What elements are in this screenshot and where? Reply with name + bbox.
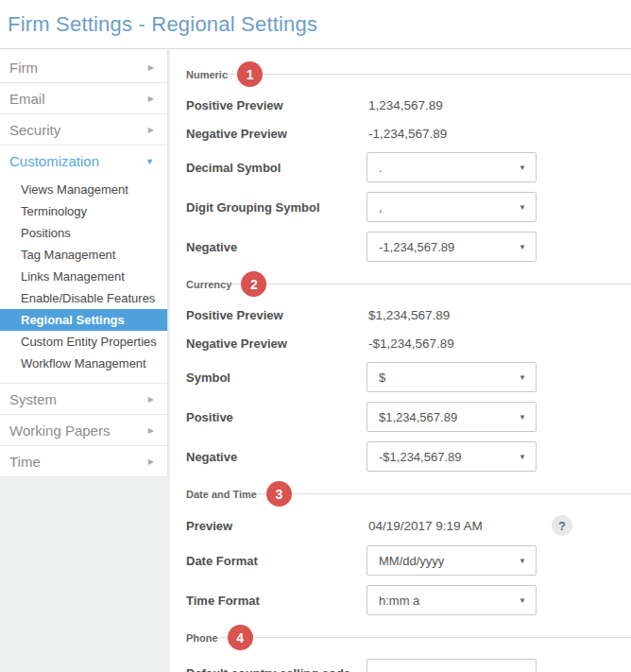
chevron-right-icon: ▶ [148, 395, 154, 404]
sidebar-item-regional-settings[interactable]: Regional Settings [0, 309, 167, 331]
form-row: Negative Preview -1,234,567.89 [186, 124, 631, 143]
sidebar-item-custom-entity-properties[interactable]: Custom Entity Properties [0, 331, 167, 353]
form-row: Decimal Symbol . ▼ [186, 152, 631, 182]
section-currency: Currency 2 Positive Preview $1,234,567.8… [186, 271, 631, 472]
step-number-badge: 3 [266, 481, 292, 507]
sidebar-item-security[interactable]: Security ▶ [0, 114, 167, 146]
section-legend: Date and Time [186, 489, 257, 500]
symbol-select[interactable]: $ ▼ [367, 362, 537, 392]
section-rows: Positive Preview 1,234,567.89 Negative P… [186, 95, 631, 262]
page-title: Firm Settings - Regional Settings [0, 0, 631, 37]
field-label: Negative Preview [186, 336, 367, 351]
form-row: Preview 04/19/2017 9:19 AM ? [186, 515, 631, 536]
field-label: Decimal Symbol [186, 161, 367, 175]
sidebar-item-label: Security [9, 122, 60, 138]
time-format-select[interactable]: h:mm a ▼ [367, 585, 537, 615]
sidebar-item-time[interactable]: Time ▶ [0, 446, 167, 477]
form-row: Positive Preview 1,234,567.89 [186, 95, 631, 114]
sidebar-item-workflow-management[interactable]: Workflow Management [0, 353, 167, 374]
sidebar-item-working-papers[interactable]: Working Papers ▶ [0, 415, 167, 446]
sidebar-item-customization[interactable]: Customization ▼ [0, 146, 167, 177]
section-divider-line [292, 493, 631, 494]
step-number-badge: 1 [237, 61, 263, 87]
sidebar-item-email[interactable]: Email ▶ [0, 83, 167, 114]
section-rows: Preview 04/19/2017 9:19 AM ? Date Format… [186, 515, 631, 615]
section-rows: Default country calling code [186, 659, 631, 672]
section-legend: Currency [186, 279, 231, 290]
legend-dash [218, 637, 228, 638]
chevron-down-icon: ▼ [519, 243, 526, 251]
section-rows: Positive Preview $1,234,567.89 Negative … [186, 305, 631, 472]
chevron-down-icon: ▼ [519, 164, 526, 172]
sidebar-item-firm[interactable]: Firm ▶ [0, 52, 167, 83]
sidebar-item-tag-management[interactable]: Tag Management [0, 244, 167, 266]
negative-preview-value: -$1,234,567.89 [367, 336, 544, 351]
select-value: $1,234,567.89 [379, 410, 457, 424]
sidebar-item-views-management[interactable]: Views Management [0, 179, 167, 200]
section-header: Numeric 1 [186, 61, 631, 87]
section-header: Date and Time 3 [186, 481, 631, 507]
form-row: Positive $1,234,567.89 ▼ [186, 402, 631, 432]
help-icon[interactable]: ? [552, 515, 572, 536]
sidebar-item-system[interactable]: System ▶ [0, 384, 167, 415]
section-date-and-time: Date and Time 3 Preview 04/19/2017 9:19 … [186, 481, 631, 615]
form-row: Negative Preview -$1,234,567.89 [186, 334, 631, 353]
section-legend: Phone [186, 632, 218, 644]
field-label: Symbol [186, 370, 367, 385]
digit-grouping-symbol-select[interactable]: , ▼ [367, 192, 537, 222]
page-header: Firm Settings - Regional Settings [0, 0, 631, 49]
positive-select[interactable]: $1,234,567.89 ▼ [367, 402, 537, 432]
field-label: Date Format [186, 554, 367, 568]
field-label: Negative Preview [186, 127, 367, 141]
sidebar-item-label: Email [9, 91, 45, 107]
select-value: $ [379, 370, 385, 385]
legend-dash [228, 74, 237, 75]
chevron-down-icon: ▼ [519, 557, 526, 565]
section-legend: Numeric [186, 69, 228, 80]
section-phone: Phone 4 Default country calling code [186, 625, 631, 672]
form-row: Positive Preview $1,234,567.89 [186, 305, 631, 324]
form-row: Symbol $ ▼ [186, 362, 631, 392]
chevron-right-icon: ▶ [148, 95, 154, 103]
chevron-down-icon: ▼ [145, 157, 154, 166]
sidebar-subnav: Views ManagementTerminologyPositionsTag … [0, 177, 167, 384]
sidebar-item-label: Working Papers [9, 422, 110, 439]
field-label: Positive Preview [186, 98, 367, 112]
field-label: Default country calling code [186, 666, 367, 672]
legend-dash [257, 493, 266, 494]
settings-form: Numeric 1 Positive Preview 1,234,567.89 … [170, 50, 631, 672]
form-row: Negative -1,234,567.89 ▼ [186, 232, 631, 262]
form-row: Date Format MM/dd/yyyy ▼ [186, 545, 631, 576]
chevron-right-icon: ▶ [148, 126, 154, 134]
select-value: MM/dd/yyyy [379, 554, 444, 568]
sidebar-item-label: Time [9, 454, 41, 470]
chevron-right-icon: ▶ [148, 426, 154, 435]
firm-settings-page: Firm Settings - Regional Settings Firm ▶… [0, 0, 631, 672]
select-value: -1,234,567.89 [379, 240, 454, 254]
sidebar-item-label: System [9, 391, 57, 407]
chevron-right-icon: ▶ [148, 63, 154, 72]
select-value: , [379, 200, 383, 215]
step-number-badge: 2 [241, 271, 266, 297]
step-number-badge: 4 [228, 625, 253, 650]
sidebar-item-links-management[interactable]: Links Management [0, 266, 167, 287]
sidebar-item-label: Customization [9, 153, 99, 169]
sidebar-item-terminology[interactable]: Terminology [0, 200, 167, 222]
chevron-down-icon: ▼ [519, 413, 526, 422]
default-country-calling-code-input[interactable] [367, 659, 537, 672]
negative-select[interactable]: -$1,234,567.89 ▼ [367, 441, 537, 472]
section-divider-line [263, 74, 631, 75]
sidebar-item-positions[interactable]: Positions [0, 222, 167, 244]
decimal-symbol-select[interactable]: . ▼ [367, 152, 537, 182]
chevron-down-icon: ▼ [519, 203, 526, 212]
select-value: h:mm a [379, 594, 419, 608]
sidebar-item-enable-disable-features[interactable]: Enable/Disable Features [0, 287, 167, 309]
negative-select[interactable]: -1,234,567.89 ▼ [367, 232, 537, 262]
positive-preview-value: 1,234,567.89 [367, 98, 544, 112]
field-label: Positive Preview [186, 308, 367, 322]
date-format-select[interactable]: MM/dd/yyyy ▼ [367, 545, 537, 576]
form-row: Negative -$1,234,567.89 ▼ [186, 441, 631, 472]
field-label: Positive [186, 410, 367, 424]
field-label: Digit Grouping Symbol [186, 200, 367, 215]
legend-dash [231, 284, 241, 284]
